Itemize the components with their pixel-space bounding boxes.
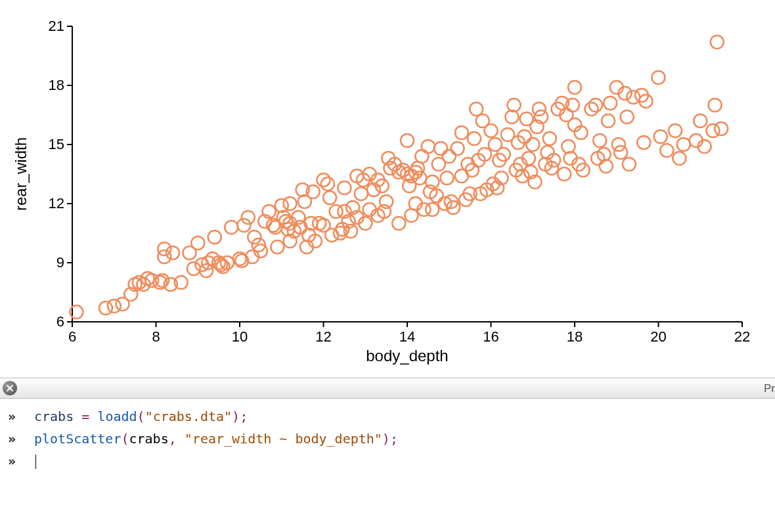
svg-point-222	[652, 71, 665, 84]
svg-point-214	[614, 146, 627, 159]
svg-point-223	[654, 130, 667, 143]
svg-point-152	[455, 126, 468, 139]
svg-point-124	[392, 217, 405, 230]
svg-text:10: 10	[232, 328, 248, 345]
divider-toolbar: Pr	[0, 378, 775, 399]
svg-point-69	[248, 231, 261, 244]
svg-point-141	[426, 203, 439, 216]
svg-point-136	[415, 150, 428, 163]
close-icon	[5, 384, 14, 393]
svg-point-150	[451, 142, 464, 155]
svg-text:8: 8	[152, 328, 160, 345]
svg-point-234	[715, 122, 728, 135]
svg-text:body_depth: body_depth	[366, 347, 448, 365]
svg-text:12: 12	[49, 195, 64, 211]
svg-point-164	[485, 124, 498, 137]
svg-point-76	[271, 240, 284, 254]
console-code[interactable]: plotScatter(crabs, "rear_width ~ body_de…	[34, 428, 398, 450]
prompt-icon: »	[8, 405, 34, 428]
svg-point-173	[508, 99, 521, 112]
toolbar-right-label: Pr	[764, 378, 775, 399]
console-line: »plotScatter(crabs, "rear_width ~ body_d…	[8, 428, 767, 450]
svg-text:14: 14	[399, 328, 415, 345]
svg-point-47	[158, 250, 171, 263]
svg-point-140	[426, 175, 439, 188]
svg-text:15: 15	[49, 136, 64, 152]
svg-point-225	[669, 124, 682, 137]
svg-text:12: 12	[315, 328, 331, 345]
svg-text:20: 20	[650, 328, 666, 345]
close-button[interactable]	[3, 381, 17, 395]
text-cursor	[35, 454, 36, 469]
svg-text:18: 18	[49, 77, 64, 93]
svg-point-144	[434, 142, 447, 155]
svg-point-58	[208, 231, 221, 244]
scatter-svg: 68101214161820226912151821body_depthrear…	[0, 0, 775, 378]
svg-point-210	[602, 114, 615, 127]
svg-point-35	[99, 301, 112, 315]
svg-point-207	[593, 134, 606, 147]
svg-text:18: 18	[567, 328, 583, 345]
svg-point-231	[706, 124, 719, 137]
svg-point-52	[187, 262, 200, 275]
svg-point-110	[355, 187, 368, 200]
svg-point-66	[237, 219, 250, 232]
svg-text:6: 6	[68, 328, 76, 345]
svg-point-213	[612, 138, 625, 151]
svg-point-146	[441, 171, 454, 185]
svg-point-147	[443, 150, 456, 163]
console-code[interactable]: crabs = loadd("crabs.dta");	[34, 405, 248, 428]
console[interactable]: »crabs = loadd("crabs.dta");»plotScatter…	[0, 399, 775, 472]
svg-point-189	[543, 132, 556, 145]
svg-point-53	[191, 236, 204, 250]
svg-point-138	[422, 140, 435, 153]
prompt-icon: »	[8, 450, 34, 472]
console-code[interactable]	[34, 450, 36, 472]
svg-point-226	[673, 152, 686, 165]
svg-point-185	[533, 102, 546, 116]
svg-text:rear_width: rear_width	[12, 137, 30, 211]
svg-point-229	[694, 114, 707, 127]
svg-point-83	[284, 197, 297, 210]
svg-point-49	[166, 246, 179, 259]
svg-point-211	[604, 97, 617, 110]
svg-point-196	[562, 140, 575, 153]
svg-text:9: 9	[56, 254, 64, 271]
svg-point-172	[505, 110, 518, 123]
svg-point-182	[526, 138, 539, 151]
svg-point-209	[600, 160, 613, 173]
scatter-plot: 68101214161820226912151821body_depthrear…	[0, 0, 775, 378]
svg-point-67	[242, 211, 255, 224]
svg-point-77	[275, 199, 288, 212]
svg-point-220	[637, 136, 650, 149]
svg-point-157	[468, 132, 481, 145]
prompt-icon: »	[8, 428, 34, 450]
svg-point-217	[623, 158, 636, 171]
svg-point-128	[401, 134, 414, 147]
svg-point-218	[627, 91, 640, 104]
svg-point-232	[709, 99, 722, 112]
svg-point-224	[660, 144, 673, 157]
svg-point-98	[323, 191, 336, 204]
svg-point-46	[158, 242, 171, 255]
svg-point-199	[568, 81, 581, 94]
console-line: »crabs = loadd("crabs.dta");	[8, 405, 767, 428]
svg-point-227	[677, 138, 690, 151]
svg-point-233	[711, 35, 724, 49]
svg-text:21: 21	[49, 18, 64, 34]
svg-point-120	[380, 195, 393, 208]
svg-text:6: 6	[56, 313, 64, 330]
svg-text:16: 16	[483, 328, 498, 345]
svg-point-216	[621, 110, 634, 123]
svg-point-36	[108, 299, 121, 313]
svg-point-63	[225, 221, 238, 234]
svg-point-104	[338, 181, 351, 194]
svg-text:22: 22	[734, 328, 750, 345]
console-line: »	[8, 450, 767, 472]
svg-point-194	[558, 167, 571, 181]
